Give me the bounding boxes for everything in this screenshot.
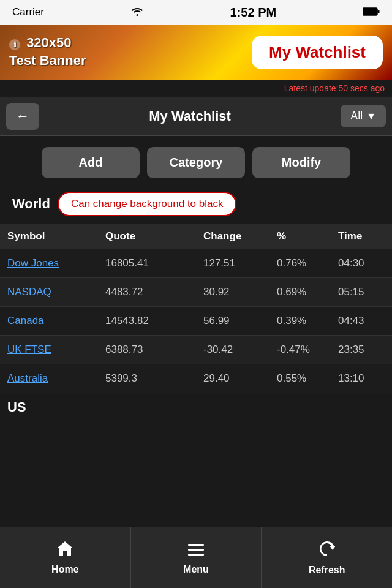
stock-time: 04:43 [338, 315, 392, 327]
filter-button[interactable]: All ▼ [341, 105, 386, 127]
tab-menu-label: Menu [183, 564, 209, 575]
banner-title: My Watchlist [252, 36, 383, 69]
col-symbol: Symbol [7, 230, 105, 243]
chevron-down-icon: ▼ [366, 111, 376, 122]
tab-home[interactable]: Home [0, 527, 131, 588]
us-section-label: US [0, 393, 392, 415]
stock-percent: 0.69% [277, 286, 338, 298]
stock-change: -30.42 [203, 344, 277, 356]
stock-time: 13:10 [338, 372, 392, 385]
banner-line1: 320x50 [26, 35, 71, 50]
stock-change: 30.92 [203, 286, 277, 298]
svg-rect-2 [188, 544, 204, 546]
stock-time: 23:35 [338, 344, 392, 356]
stock-percent: 0.76% [277, 257, 338, 270]
table-header: Symbol Quote Change % Time [0, 224, 392, 249]
stock-change: 127.51 [203, 257, 277, 270]
info-icon[interactable]: ℹ [9, 39, 20, 50]
action-bar: Add Category Modify [0, 136, 392, 189]
update-bar: Latest update:50 secs ago [0, 80, 392, 97]
tab-refresh-label: Refresh [309, 565, 345, 576]
stock-quote: 6388.73 [105, 344, 203, 356]
battery-icon [363, 6, 380, 19]
col-quote: Quote [105, 230, 203, 243]
world-label: World [12, 196, 50, 212]
stock-percent: -0.47% [277, 344, 338, 356]
table-row: UK FTSE 6388.73 -30.42 -0.47% 23:35 [0, 336, 392, 364]
col-percent: % [277, 230, 338, 243]
stock-symbol[interactable]: Canada [7, 315, 105, 327]
table-row: Australia 5399.3 29.40 0.55% 13:10 [0, 364, 392, 393]
stock-symbol[interactable]: UK FTSE [7, 344, 105, 356]
tab-refresh[interactable]: Refresh [262, 527, 392, 588]
back-icon: ← [16, 108, 29, 124]
update-text: Latest update:50 secs ago [284, 83, 385, 93]
stock-change: 56.99 [203, 315, 277, 327]
category-button[interactable]: Category [147, 147, 245, 178]
status-bar: Carrier 1:52 PM [0, 0, 392, 24]
stock-symbol[interactable]: Dow Jones [7, 257, 105, 270]
stock-percent: 0.55% [277, 372, 338, 385]
svg-rect-1 [377, 10, 379, 13]
svg-rect-4 [188, 554, 204, 556]
stock-time: 04:30 [338, 257, 392, 270]
modify-button[interactable]: Modify [252, 147, 350, 178]
back-button[interactable]: ← [6, 103, 39, 130]
stock-symbol[interactable]: Australia [7, 372, 105, 385]
stock-time: 05:15 [338, 286, 392, 298]
carrier-text: Carrier [12, 6, 44, 18]
tab-menu[interactable]: Menu [131, 527, 262, 588]
svg-rect-3 [188, 549, 204, 551]
home-icon [56, 540, 74, 562]
table-body: Dow Jones 16805.41 127.51 0.76% 04:30 NA… [0, 249, 392, 393]
table-row: NASDAQ 4483.72 30.92 0.69% 05:15 [0, 278, 392, 307]
hint-bubble: Can change background to black [58, 192, 237, 216]
hint-bar: World Can change background to black [0, 189, 392, 224]
stock-table: Symbol Quote Change % Time Dow Jones 168… [0, 224, 392, 393]
table-row: Dow Jones 16805.41 127.51 0.76% 04:30 [0, 249, 392, 278]
stock-quote: 14543.82 [105, 315, 203, 327]
stock-change: 29.40 [203, 372, 277, 385]
stock-quote: 5399.3 [105, 372, 203, 385]
tab-home-label: Home [51, 564, 78, 575]
stock-quote: 4483.72 [105, 286, 203, 298]
banner-left: ℹ 320x50 Test Banner [9, 34, 86, 69]
stock-symbol[interactable]: NASDAQ [7, 286, 105, 298]
refresh-icon [318, 540, 336, 562]
table-row: Canada 14543.82 56.99 0.39% 04:43 [0, 307, 392, 336]
wifi-icon [130, 6, 144, 19]
svg-rect-0 [363, 8, 377, 15]
col-time: Time [338, 230, 392, 243]
col-change: Change [203, 230, 277, 243]
nav-title: My Watchlist [149, 108, 231, 124]
status-time: 1:52 PM [230, 6, 277, 20]
menu-icon [187, 541, 205, 562]
stock-quote: 16805.41 [105, 257, 203, 270]
banner: ℹ 320x50 Test Banner My Watchlist [0, 24, 392, 80]
add-button[interactable]: Add [42, 147, 140, 178]
tab-bar: Home Menu Refresh [0, 527, 392, 588]
nav-bar: ← My Watchlist All ▼ [0, 97, 392, 136]
stock-percent: 0.39% [277, 315, 338, 327]
banner-line2: Test Banner [9, 53, 86, 68]
filter-label: All [350, 110, 363, 123]
